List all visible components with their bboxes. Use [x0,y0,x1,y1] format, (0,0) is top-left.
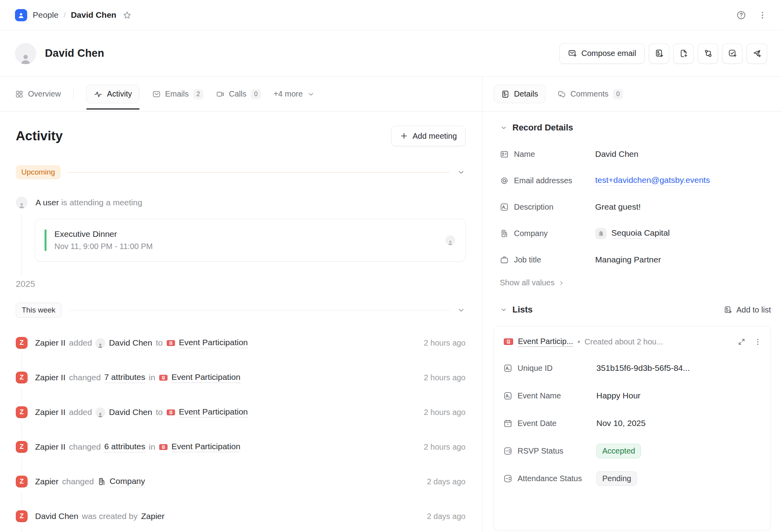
add-to-list-button[interactable]: Add to list [724,305,771,314]
activity-link[interactable]: Event Participation [179,407,248,418]
activity-item: ZZapier IIchanged6 attributesinEvent Par… [16,441,465,453]
top-bar: People / David Chen [0,0,782,30]
workflow-button[interactable] [698,43,718,64]
activity-timestamp: 2 hours ago [424,339,465,348]
activity-word: in [149,442,155,452]
activity-word: Zapier II [35,442,65,452]
activity-text: ZapierchangedCompany [35,476,145,487]
activity-word: Zapier II [35,407,65,417]
add-task-button[interactable] [722,43,743,64]
activity-word: to [156,338,163,348]
lists-header[interactable]: Lists Add to list [500,305,771,315]
panel-tab-bar: DetailsComments0 [482,77,782,112]
zapier-avatar: Z [16,337,28,349]
person-avatar-icon [95,338,105,348]
zapier-avatar: Z [16,406,28,418]
tab-comments[interactable]: Comments0 [557,89,623,99]
compose-email-button[interactable]: Compose email [559,43,645,64]
add-contact-button[interactable] [649,43,669,64]
attending-text: A user is attending a meeting [35,198,142,207]
activity-link[interactable]: 6 attributes [104,442,145,452]
field-value: test+davidchen@gatsby.events [595,175,771,186]
activity-link[interactable]: Event Participation [171,372,240,383]
activity-text: Zapier IIchanged7 attributesinEvent Part… [35,372,240,383]
chevron-down-icon[interactable] [457,168,465,177]
upcoming-section-header: Upcoming [16,165,465,179]
tab-overview[interactable]: Overview [15,89,61,99]
year-label: 2025 [16,279,465,289]
expand-icon[interactable] [737,338,746,346]
activity-link[interactable]: Company [110,476,145,487]
side-panel: DetailsComments0 Record Details NameDavi… [482,77,782,532]
activity-link[interactable]: 7 attributes [104,372,145,383]
field-label-text: Company [514,229,548,238]
field-value: Pending [596,471,762,486]
activity-timestamp: 2 days ago [427,477,465,486]
activity-link[interactable]: Event Participation [179,338,248,348]
field-label: Event Date [503,419,596,428]
tab-label: +4 more [274,89,303,99]
app-window: People / David Chen David Chen Compose e… [0,0,782,532]
kebab-icon[interactable] [758,11,767,20]
activity-word: was created by [82,512,138,521]
record-details-header[interactable]: Record Details [500,123,771,133]
show-all-values-link[interactable]: Show all values [500,278,771,287]
activity-word: to [156,407,163,417]
tab-activity[interactable]: Activity [86,85,139,103]
record-header: David Chen Compose email [0,30,782,77]
activity-link[interactable]: Event Participation [171,442,240,452]
compose-email-label: Compose email [581,49,636,58]
activity-item: ZZapier IIaddedDavid ChentoEvent Partici… [16,406,465,419]
field-label-text: Attendance Status [518,474,582,483]
company-link[interactable]: Sequoia Capital [611,228,670,239]
activity-item: ZZapierchangedCompany2 days ago [16,475,465,488]
tab-label: Comments [570,89,609,99]
tab-label: Calls [229,89,246,99]
tab-4-more[interactable]: +4 more [274,89,315,99]
activity-text: Zapier IIaddedDavid ChentoEvent Particip… [35,338,248,348]
week-divider [69,310,450,311]
tab-details[interactable]: Details [493,85,546,103]
activity-word: David Chen [109,407,152,417]
company-icon [500,229,509,238]
field-label: Company [500,229,595,238]
add-note-button[interactable] [673,43,694,64]
person-avatar-icon [95,407,105,417]
lists-title: Lists [512,305,533,315]
breadcrumb-record[interactable]: David Chen [71,10,117,20]
email-link[interactable]: test+davidchen@gatsby.events [595,175,710,186]
zapier-avatar: Z [16,372,28,383]
help-icon[interactable] [736,10,746,20]
field-label: Name [500,150,595,159]
tab-divider [73,89,74,100]
add-meeting-button[interactable]: Add meeting [391,126,465,146]
tab-emails[interactable]: Emails2 [152,89,203,99]
tab-calls[interactable]: Calls0 [216,89,261,99]
chevron-down-icon[interactable] [457,306,465,314]
zapier-avatar: Z [16,510,28,522]
status-badge[interactable]: Pending [596,471,637,486]
attending-row: A user is attending a meeting [16,197,465,208]
people-object-icon [15,9,27,21]
week-section-header: This week [16,303,465,318]
star-icon[interactable] [123,11,132,20]
kebab-icon[interactable] [754,338,762,346]
upcoming-divider [68,172,450,173]
list-name-link[interactable]: Event Particip... [518,337,573,347]
add-to-sequence-button[interactable] [747,43,767,64]
workflow-icon [704,49,713,58]
field-row-email-addresses: Email addressestest+davidchen@gatsby.eve… [500,173,771,188]
tab-label: Overview [28,89,61,99]
main-tab-bar: OverviewActivityEmails2Calls0+4 more [0,77,482,112]
field-row-rsvp-status: RSVP StatusAccepted [503,443,762,459]
meeting-card[interactable]: Executive Dinner Nov 11, 9:00 PM - 11:00… [35,219,466,262]
field-row-unique-id: Unique ID351b15f6-9d3b-56f5-84... [503,360,762,376]
tab-badge: 2 [193,89,203,99]
breadcrumb-object[interactable]: People [33,10,58,20]
list-add-icon [724,305,732,314]
chevron-down-icon [500,124,508,132]
status-badge[interactable]: Accepted [596,444,641,458]
meeting-color-bar [45,229,47,251]
bullet-separator: • [577,337,580,346]
event-name-icon [503,391,512,400]
